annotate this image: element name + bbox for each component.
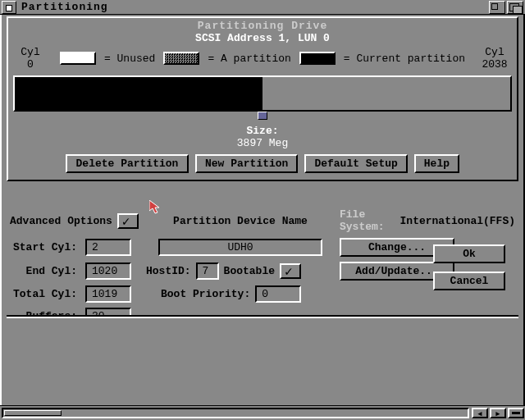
hostid-label: HostID: xyxy=(146,265,191,277)
cyl-left-label: Cyl xyxy=(21,46,39,58)
bottom-scrollbar: ◂ ▸ xyxy=(0,405,525,420)
slider-knob[interactable] xyxy=(258,112,267,120)
size-gadget[interactable] xyxy=(508,408,524,418)
boot-priority-label: Boot Priority: xyxy=(161,288,250,300)
cyl-right-label: Cyl xyxy=(485,46,504,58)
legend-current: = Current partition xyxy=(344,52,465,65)
delete-partition-button[interactable]: Delete Partition xyxy=(66,154,189,173)
legend-partition: = A partition xyxy=(208,52,290,65)
file-system-label: File System: xyxy=(340,208,395,233)
horiz-scroll-thumb[interactable] xyxy=(4,410,62,416)
titlebar: Partitioning xyxy=(0,0,525,15)
panel-heading: Partitioning Drive xyxy=(8,18,517,32)
window-title: Partitioning xyxy=(18,1,489,13)
start-cyl-input[interactable] xyxy=(92,241,125,253)
swatch-partition xyxy=(163,52,199,65)
total-cyl-input[interactable] xyxy=(92,288,125,300)
partition-bar-wrap xyxy=(13,75,512,121)
form-area: Advanced Options Partition Device Name F… xyxy=(7,205,518,333)
panel-subheading: SCSI Address 1, LUN 0 xyxy=(8,32,517,46)
partition-bar-current xyxy=(15,77,262,110)
zoom-gadget[interactable] xyxy=(489,1,505,14)
cancel-button[interactable]: Cancel xyxy=(433,272,505,290)
start-cyl-label: Start Cyl: xyxy=(10,241,80,253)
default-setup-button[interactable]: Default Setup xyxy=(304,154,407,173)
boot-priority-input[interactable] xyxy=(262,288,294,300)
close-gadget[interactable] xyxy=(2,1,16,14)
legend: = Unused = A partition = Current partiti… xyxy=(48,52,477,65)
legend-unused: = Unused xyxy=(104,52,155,65)
client-area: Partitioning Drive SCSI Address 1, LUN 0… xyxy=(0,15,525,405)
horiz-scroll-track[interactable] xyxy=(2,408,469,418)
swatch-current xyxy=(299,52,336,65)
empty-area xyxy=(3,318,522,405)
advanced-options-checkbox[interactable] xyxy=(117,213,139,229)
cyl-right-value: 2038 xyxy=(482,58,507,71)
device-name-input[interactable] xyxy=(165,241,316,253)
swatch-unused xyxy=(60,52,96,65)
size-label: Size: xyxy=(8,125,517,137)
bootable-checkbox[interactable] xyxy=(280,263,301,279)
bootable-label: Bootable xyxy=(224,265,275,277)
hostid-input[interactable] xyxy=(203,265,212,277)
size-value: 3897 Meg xyxy=(8,137,517,149)
help-button[interactable]: Help xyxy=(414,154,459,173)
advanced-options-label: Advanced Options xyxy=(10,215,112,227)
scroll-left-button[interactable]: ◂ xyxy=(472,408,488,418)
total-cyl-label: Total Cyl: xyxy=(10,288,80,300)
partition-slider[interactable] xyxy=(13,112,512,121)
cylinder-row: Cyl 0 = Unused = A partition = Current p… xyxy=(8,46,517,72)
depth-gadget[interactable] xyxy=(507,1,523,14)
end-cyl-input[interactable] xyxy=(92,265,125,277)
file-system-value: International(FFS) xyxy=(400,215,515,227)
new-partition-button[interactable]: New Partition xyxy=(195,154,298,173)
cyl-left-value: 0 xyxy=(27,58,34,71)
scroll-right-button[interactable]: ▸ xyxy=(490,408,506,418)
end-cyl-label: End Cyl: xyxy=(10,265,80,277)
partition-panel: Partitioning Drive SCSI Address 1, LUN 0… xyxy=(7,16,518,181)
main-button-row: Delete Partition New Partition Default S… xyxy=(8,149,517,180)
ok-button[interactable]: Ok xyxy=(433,244,505,263)
partition-bar-other xyxy=(262,77,510,110)
partition-bar[interactable] xyxy=(13,75,512,112)
partition-device-name-label: Partition Device Name xyxy=(173,215,308,227)
